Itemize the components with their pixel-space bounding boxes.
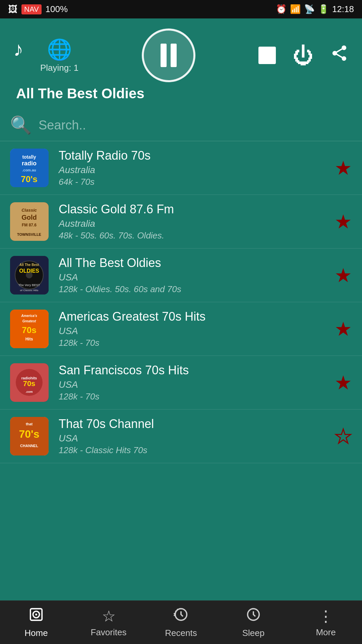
pause-button[interactable] xyxy=(142,29,195,82)
station-item[interactable]: that 70's CHANNEL That 70s Channel USA 1… xyxy=(0,410,362,463)
favorite-star[interactable]: ★ xyxy=(335,210,352,233)
station-item[interactable]: totally radio .com.au 70's Totally Radio… xyxy=(0,141,362,195)
nav-item-more[interactable]: ⋮ More xyxy=(290,601,362,644)
time-display: 12:18 xyxy=(332,4,354,14)
nav-label-favorites: Favorites xyxy=(91,627,127,638)
svg-text:Gold: Gold xyxy=(21,214,37,221)
nav-label-recents: Recents xyxy=(165,628,197,638)
station-logo-sf: radiohits 70s .com xyxy=(10,363,49,402)
svg-text:radio: radio xyxy=(22,160,37,167)
status-bar: 🖼 NAV 100% ⏰ 📶 📡 🔋 12:18 xyxy=(0,0,362,18)
player-left-controls: ♪ 🌐 Playing: 1 xyxy=(13,38,78,73)
svg-text:.com: .com xyxy=(25,390,33,393)
playing-label: Playing: 1 xyxy=(40,63,78,73)
station-title: Americas Greatest 70s Hits xyxy=(59,310,324,324)
battery-percent-status: 100% xyxy=(46,4,68,14)
sleep-icon xyxy=(246,607,261,626)
station-logo-best-oldies: All The Best OLDIES The Very BEST of Cla… xyxy=(10,256,49,294)
station-title: Classic Gold 87.6 Fm xyxy=(59,202,324,216)
status-bar-right: ⏰ 📶 📡 🔋 12:18 xyxy=(276,4,354,14)
image-icon: 🖼 xyxy=(8,4,17,15)
share-button[interactable] xyxy=(330,44,349,67)
nav-item-recents[interactable]: Recents xyxy=(145,601,217,644)
station-title: That 70s Channel xyxy=(59,417,324,431)
svg-text:.com.au: .com.au xyxy=(22,168,36,172)
status-bar-left: 🖼 NAV 100% xyxy=(8,4,68,15)
svg-text:OLDIES: OLDIES xyxy=(19,268,39,274)
nav-label-home: Home xyxy=(24,628,48,638)
station-meta: 48k - 50s. 60s. 70s. Oldies. xyxy=(59,230,324,241)
power-button[interactable]: ⏻ xyxy=(293,44,313,67)
svg-text:70s: 70s xyxy=(22,325,36,335)
station-country: Australia xyxy=(59,165,324,175)
station-info: San Franciscos 70s Hits USA 128k - 70s xyxy=(59,363,324,402)
station-info: All The Best Oldies USA 128k - Oldies. 5… xyxy=(59,256,324,294)
current-station-name: All The Best Oldies xyxy=(13,86,349,102)
svg-text:FM 87.6: FM 87.6 xyxy=(22,223,37,227)
station-item[interactable]: radiohits 70s .com San Franciscos 70s Hi… xyxy=(0,356,362,410)
station-info: Americas Greatest 70s Hits USA 128k - 70… xyxy=(59,310,324,348)
station-item[interactable]: America's Greatest 70s Hits Americas Gre… xyxy=(0,302,362,356)
stop-square-icon xyxy=(258,47,276,64)
station-info: Totally Radio 70s Australia 64k - 70s xyxy=(59,149,324,187)
nav-label-sleep: Sleep xyxy=(242,628,265,638)
station-info: That 70s Channel USA 128k - Classic Hits… xyxy=(59,417,324,455)
home-icon xyxy=(28,607,44,626)
svg-text:TOWNSVILLE: TOWNSVILLE xyxy=(17,232,41,236)
station-list: totally radio .com.au 70's Totally Radio… xyxy=(0,141,362,614)
station-logo-classic-gold: Classic Gold FM 87.6 TOWNSVILLE xyxy=(10,202,49,241)
favorite-star-outline[interactable]: ★ xyxy=(335,425,352,448)
station-title: San Franciscos 70s Hits xyxy=(59,363,324,377)
svg-text:The Very BEST: The Very BEST xyxy=(18,283,40,287)
svg-text:70's: 70's xyxy=(19,428,40,440)
station-logo-totally: totally radio .com.au 70's xyxy=(10,149,49,187)
favorite-star[interactable]: ★ xyxy=(335,318,352,340)
nav-label-more: More xyxy=(316,627,336,638)
station-title: Totally Radio 70s xyxy=(59,149,324,163)
pause-icon xyxy=(161,44,177,67)
globe-icon[interactable]: 🌐 xyxy=(47,38,72,61)
svg-text:70's: 70's xyxy=(21,174,38,184)
station-meta: 128k - Classic Hits 70s xyxy=(59,445,324,455)
station-country: USA xyxy=(59,379,324,390)
svg-text:CHANNEL: CHANNEL xyxy=(20,444,38,448)
station-meta: 128k - 70s xyxy=(59,391,324,402)
battery-icon: 🔋 xyxy=(318,4,329,14)
favorite-star[interactable]: ★ xyxy=(335,264,352,287)
svg-text:Hits: Hits xyxy=(25,337,33,341)
svg-text:totally: totally xyxy=(22,154,36,160)
favorite-star[interactable]: ★ xyxy=(335,371,352,394)
nav-item-favorites[interactable]: ☆ Favorites xyxy=(72,601,145,644)
station-item[interactable]: Classic Gold FM 87.6 TOWNSVILLE Classic … xyxy=(0,195,362,249)
station-info: Classic Gold 87.6 Fm Australia 48k - 50s… xyxy=(59,202,324,241)
stop-button[interactable] xyxy=(258,47,276,64)
station-country: Australia xyxy=(59,218,324,229)
station-meta: 128k - Oldies. 50s. 60s and 70s xyxy=(59,284,324,294)
wifi-icon: 📶 xyxy=(290,4,301,14)
svg-text:All The Best: All The Best xyxy=(19,263,39,267)
search-input[interactable] xyxy=(39,118,352,132)
bottom-nav: Home ☆ Favorites Recents Sleep ⋮ More xyxy=(0,600,362,644)
svg-point-33 xyxy=(35,613,37,615)
signal-icon: 📡 xyxy=(304,4,315,14)
music-icon[interactable]: ♪ xyxy=(13,38,23,61)
search-inner: 🔍 xyxy=(10,115,352,136)
station-country: USA xyxy=(59,272,324,283)
station-title: All The Best Oldies xyxy=(59,256,324,270)
station-country: USA xyxy=(59,326,324,336)
search-container: 🔍 xyxy=(0,108,362,141)
svg-text:Greatest: Greatest xyxy=(22,319,36,323)
station-country: USA xyxy=(59,433,324,444)
more-icon: ⋮ xyxy=(318,607,334,625)
svg-text:70s: 70s xyxy=(23,379,36,388)
svg-text:of Classic Hits: of Classic Hits xyxy=(20,289,39,292)
recents-icon xyxy=(173,607,189,626)
nav-item-home[interactable]: Home xyxy=(0,601,72,644)
favorite-star[interactable]: ★ xyxy=(335,157,352,179)
favorites-icon: ☆ xyxy=(102,607,116,625)
svg-text:America's: America's xyxy=(21,314,37,318)
alarm-icon: ⏰ xyxy=(276,4,287,14)
station-item[interactable]: All The Best OLDIES The Very BEST of Cla… xyxy=(0,249,362,302)
nav-item-sleep[interactable]: Sleep xyxy=(217,601,290,644)
station-logo-americas: America's Greatest 70s Hits xyxy=(10,310,49,348)
